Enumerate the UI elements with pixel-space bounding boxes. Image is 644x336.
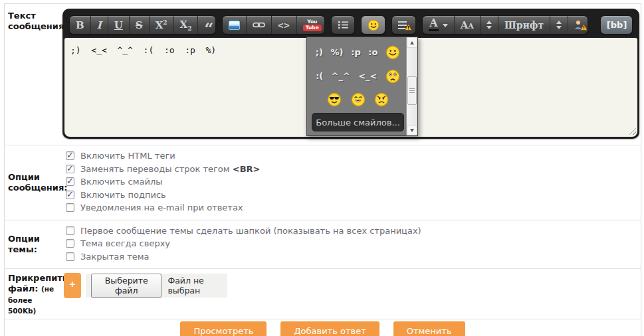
list-icon [338,21,349,29]
strikethrough-button[interactable]: S [129,16,149,34]
more-smileys-button[interactable]: Больше смайлов... [312,113,404,131]
smiley-joy-text[interactable]: ^_^ [332,71,350,81]
font-size-stepper[interactable] [480,16,498,34]
message-options-list: Включить HTML теги Заменять переводы стр… [62,145,641,220]
font-family-button[interactable]: Шрифт [498,16,550,34]
insert-link-button[interactable] [246,16,271,34]
message-text-label: Текст сообщения: [5,4,62,145]
smiley-happy-icon[interactable] [385,45,400,60]
option-email-notify[interactable]: Уведомления на e-mail при ответах [66,201,641,214]
superscript-icon: X2 [156,19,167,31]
checkbox[interactable] [66,226,74,235]
scroll-up-button[interactable] [407,37,417,48]
smiley-scared-icon[interactable] [385,69,400,84]
bbcode-toggle-button[interactable]: [bb] [601,16,633,34]
underline-icon: U [114,19,123,31]
option-sticky-topic[interactable]: Тема всегда сверху [66,237,641,250]
subscript-button[interactable]: X2 [173,16,198,34]
font-family-stepper[interactable] [550,16,568,34]
strikethrough-icon: S [136,19,143,31]
quote-icon: “ [204,19,213,32]
topic-options-list: Первое сообщение темы сделать шапкой (по… [62,220,641,269]
up-down-icon [486,21,492,29]
attach-file-row: Прикрепить файл: (не более 500Kb) + Выбе… [5,268,641,319]
option-closed-topic[interactable]: Закрытая тема [66,250,641,264]
superscript-button[interactable]: X2 [149,16,173,34]
insert-image-button[interactable] [223,16,246,34]
smiley-dizzy-text[interactable]: %) [331,47,344,57]
checkbox[interactable] [66,177,74,186]
checkbox[interactable] [66,203,74,212]
translit-group [391,15,416,35]
youtube-icon: You Tube [303,19,322,31]
add-attachment-button[interactable]: + [64,273,81,298]
font-size-button[interactable]: AA [454,16,480,34]
insert-youtube-button[interactable]: You Tube [296,16,326,34]
checkbox[interactable] [66,191,74,199]
option-signature[interactable]: Включить подпись [66,189,641,202]
topic-options-label: Опции темы: [5,220,62,269]
message-text-row: Текст сообщения: B I U S X2 X2 “ [5,4,641,145]
smiley-surprised-text[interactable]: :o [368,47,377,57]
font-group: A AA Шрифт [422,15,588,35]
font-family-label: Шрифт [504,20,544,31]
smiley-sad-text[interactable]: :( [316,71,323,81]
checkbox[interactable] [66,165,74,173]
smiley-button[interactable] [362,16,385,34]
font-size-icon: AA [461,19,474,31]
list-button[interactable] [332,16,355,34]
translit-button[interactable] [392,16,416,34]
smiley-cool-icon[interactable] [327,92,342,107]
smiley-grid: ;) %) :p :o :( ^_^ [307,37,406,135]
option-smileys[interactable]: Включить смайлы [66,175,641,189]
subscript-icon: X2 [180,19,192,32]
bbcode-label: [bb] [607,20,627,30]
topic-options-row: Опции темы: Первое сообщение темы сделат… [5,220,641,269]
choose-file-button[interactable]: Выберите файл [91,274,161,298]
no-file-label: Файл не выбран [167,276,227,295]
quote-button[interactable]: “ [197,16,215,34]
file-input-box: Выберите файл Файл не выбран [86,274,227,297]
person-warning-icon [574,20,586,30]
option-br-tag[interactable]: Заменять переводы строк тегом <BR> [66,163,641,176]
smiley-icon [368,19,379,31]
smiley-row: ;) %) :p :o [312,41,404,64]
text-warning-icon [398,21,410,30]
smiley-wink-text[interactable]: ;) [316,47,323,57]
image-icon [229,21,240,30]
option-pin-first-post[interactable]: Первое сообщение темы сделать шапкой (по… [66,224,641,238]
font-color-button[interactable]: A [423,16,453,34]
smiley-row [312,88,404,112]
cancel-button[interactable]: Отменить [393,321,465,336]
checkbox[interactable] [66,252,74,261]
preview-button[interactable]: Просмотреть [180,321,267,336]
italic-button[interactable]: I [90,16,108,34]
smiley-tongue-text[interactable]: :p [351,47,361,57]
list-group [331,15,355,35]
link-icon [253,21,265,29]
attach-file-label: Прикрепить файл: (не более 500Kb) [5,269,62,319]
chevron-down-icon [443,24,448,27]
editor-toolbar: B I U S X2 X2 “ [62,9,639,37]
smiley-row: :( ^_^ <_< [312,64,404,88]
message-options-label: Опции сообщения: [5,145,62,220]
checkbox[interactable] [66,151,74,160]
smiley-scrollbar[interactable] [406,37,417,135]
format-group: B I U S X2 X2 “ [69,15,216,35]
checkbox[interactable] [66,239,74,248]
reply-form-panel: Текст сообщения: B I U S X2 X2 “ [4,3,641,336]
scroll-down-button[interactable] [407,125,417,135]
arrow-up-icon [410,41,414,44]
option-html-tags[interactable]: Включить HTML теги [66,149,641,163]
spellcheck-button[interactable] [568,16,588,34]
underline-button[interactable]: U [108,16,129,34]
insert-group: <> You Tube [222,15,325,35]
smiley-sideways-text[interactable]: <_< [358,71,377,81]
scrollbar-thumb[interactable] [407,76,417,105]
smiley-angry-icon[interactable] [374,92,389,107]
insert-code-button[interactable]: <> [271,16,296,34]
submit-reply-button[interactable]: Добавить ответ [280,321,379,336]
bold-icon: B [76,19,84,31]
smiley-laugh-icon[interactable] [351,92,366,107]
bold-button[interactable]: B [70,16,90,34]
